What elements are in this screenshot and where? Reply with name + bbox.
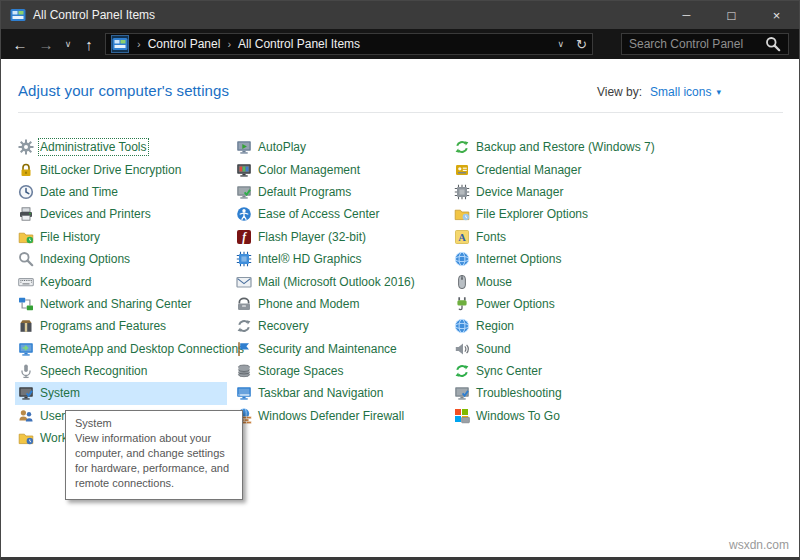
control-panel-item[interactable]: Phone and Modem [233,293,445,315]
control-panel-item[interactable]: Indexing Options [15,248,227,270]
minimize-icon: ─ [683,9,691,21]
control-panel-item-label: Flash Player (32-bit) [258,230,366,244]
close-button[interactable]: × [754,1,799,29]
items-column-2: AutoPlayColor ManagementDefault Programs… [233,136,451,449]
control-panel-item[interactable]: Credential Manager [451,158,655,180]
breadcrumb-all-control-panel-items[interactable]: All Control Panel Items [238,37,360,51]
control-panel-item-label: Region [476,319,514,333]
control-panel-item[interactable]: AutoPlay [233,136,445,158]
control-panel-item-label: File History [40,230,100,244]
control-panel-item[interactable]: Color Management [233,158,445,180]
control-panel-item-label: Taskbar and Navigation [258,386,383,400]
control-panel-item[interactable]: Mouse [451,270,655,292]
control-panel-item[interactable]: Backup and Restore (Windows 7) [451,136,655,158]
control-panel-item[interactable]: Ease of Access Center [233,203,445,225]
address-bar[interactable]: › Control Panel › All Control Panel Item… [105,33,593,55]
fonts-icon: A [454,229,470,245]
control-panel-item[interactable]: Security and Maintenance [233,338,445,360]
control-panel-item[interactable]: Sound [451,338,655,360]
address-dropdown-icon[interactable]: ∨ [558,39,565,49]
search-input[interactable] [629,37,759,51]
defaultprograms-icon [236,184,252,200]
mail-icon [236,274,252,290]
control-panel-item[interactable]: BitLocker Drive Encryption [15,158,227,180]
control-panel-item[interactable]: Mail (Microsoft Outlook 2016) [233,270,445,292]
control-panel-item[interactable]: Sync Center [451,360,655,382]
control-panel-window: All Control Panel Items ─ □ × ← → ∨ ↑ › … [0,0,800,560]
control-panel-item-label: Speech Recognition [40,364,147,378]
control-panel-item[interactable]: Network and Sharing Center [15,293,227,315]
address-bar-buttons: ∨ ↻ [546,37,588,52]
security-icon [236,341,252,357]
view-by-caret-icon[interactable]: ▾ [716,87,721,97]
recent-pages-dropdown-icon[interactable]: ∨ [59,39,77,49]
maximize-button[interactable]: □ [709,1,754,29]
control-panel-item-label: Power Options [476,297,555,311]
control-panel-item[interactable]: Power Options [451,293,655,315]
items-column-3: Backup and Restore (Windows 7)Credential… [451,136,661,449]
credential-icon [454,162,470,178]
tooltip-title: System [75,416,233,431]
control-panel-item-label: Sync Center [476,364,542,378]
mouse-icon [454,274,470,290]
breadcrumb-control-panel[interactable]: Control Panel [148,37,221,51]
control-panel-item[interactable]: File Explorer Options [451,203,655,225]
tooltip-body: View information about your computer, an… [75,431,233,491]
control-panel-item-label: Ease of Access Center [258,207,379,221]
datetime-icon [18,184,34,200]
control-panel-item[interactable]: Programs and Features [15,315,227,337]
control-panel-app-icon [10,7,26,23]
control-panel-item[interactable]: Device Manager [451,181,655,203]
control-panel-item[interactable]: Devices and Printers [15,203,227,225]
control-panel-item[interactable]: Windows To Go [451,405,655,427]
search-box [621,33,789,55]
control-panel-item-label: Fonts [476,230,506,244]
refresh-icon[interactable]: ↻ [576,37,587,52]
sound-icon [454,341,470,357]
keyboard-icon [18,274,34,290]
control-panel-item[interactable]: Windows Defender Firewall [233,405,445,427]
backup-icon [454,139,470,155]
control-panel-item-label: Device Manager [476,185,563,199]
control-panel-item[interactable]: System [15,382,227,404]
control-panel-item[interactable]: Date and Time [15,181,227,203]
address-location-icon [112,36,128,52]
easeofaccess-icon [236,206,252,222]
back-button[interactable]: ← [7,36,33,53]
watermark: wsxdn.com [729,538,789,552]
forward-button[interactable]: → [33,36,59,53]
users-icon [18,408,34,424]
control-panel-item[interactable]: Storage Spaces [233,360,445,382]
control-panel-item[interactable]: RemoteApp and Desktop Connections [15,338,227,360]
filehistory-icon [18,229,34,245]
maximize-icon: □ [728,8,736,23]
admin-icon [18,139,34,155]
control-panel-item-label: Color Management [258,163,360,177]
control-panel-item[interactable]: AFonts [451,226,655,248]
control-panel-item[interactable]: Speech Recognition [15,360,227,382]
control-panel-item[interactable]: fFlash Player (32-bit) [233,226,445,248]
speech-icon [18,363,34,379]
control-panel-item-label: Troubleshooting [476,386,562,400]
colormgmt-icon [236,162,252,178]
control-panel-item-label: Recovery [258,319,309,333]
control-panel-item[interactable]: Administrative Tools [15,136,227,158]
control-panel-item[interactable]: Keyboard [15,270,227,292]
phone-icon [236,296,252,312]
control-panel-item[interactable]: Taskbar and Navigation [233,382,445,404]
view-by-value[interactable]: Small icons [650,85,711,99]
control-panel-item[interactable]: Internet Options [451,248,655,270]
storage-icon [236,363,252,379]
flash-icon: f [236,229,252,245]
control-panel-item[interactable]: Troubleshooting [451,382,655,404]
control-panel-item-label: RemoteApp and Desktop Connections [40,342,244,356]
control-panel-item-label: Intel® HD Graphics [258,252,362,266]
control-panel-item[interactable]: Region [451,315,655,337]
control-panel-item[interactable]: Recovery [233,315,445,337]
minimize-button[interactable]: ─ [664,1,709,29]
control-panel-item[interactable]: Intel® HD Graphics [233,248,445,270]
search-icon[interactable] [765,36,781,52]
up-button[interactable]: ↑ [77,36,101,53]
control-panel-item[interactable]: Default Programs [233,181,445,203]
control-panel-item[interactable]: File History [15,226,227,248]
